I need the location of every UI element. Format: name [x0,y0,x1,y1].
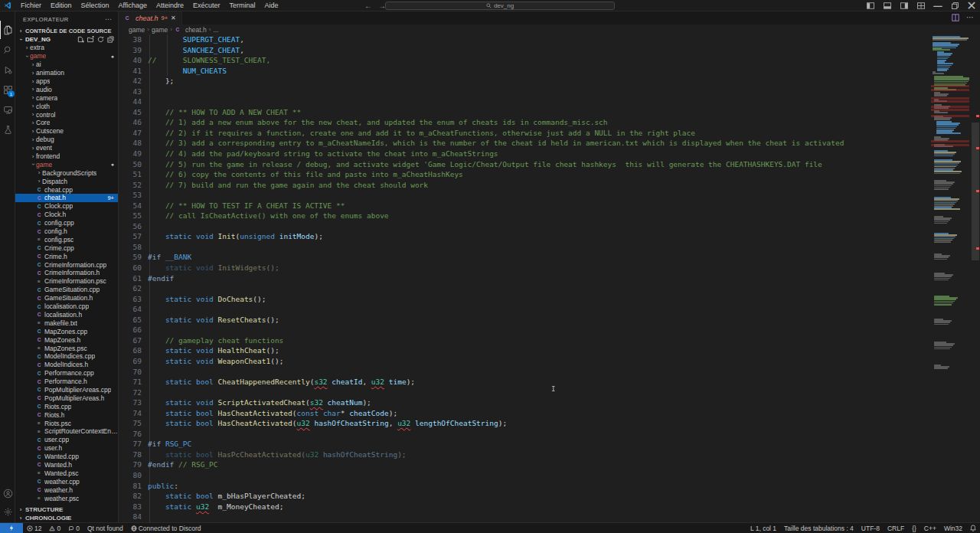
activity-account-icon[interactable] [0,484,15,502]
layout-sidebar-icon[interactable] [862,0,879,11]
code-area[interactable]: 38 SUPERGT_CHEAT,39 SANCHEZ_CHEAT,40// S… [119,34,931,522]
back-arrow-icon[interactable]: ← [364,2,372,10]
breadcrumb-item[interactable]: ... [213,26,218,34]
tree-file-riots.psc[interactable]: ≡Riots.psc [15,419,118,427]
status-item-win32[interactable]: Win32 [940,523,966,533]
tree-file-config.h[interactable]: Cconfig.h [15,227,118,236]
code-line-55[interactable]: 55 // call IsCheatActive() with one of t… [119,211,931,221]
layout-secondary-sidebar-icon[interactable] [896,0,913,11]
status-item-bell-icon[interactable] [966,523,980,533]
status-item-connected-to-discord[interactable]: Connected to Discord [127,523,205,533]
split-editor-icon[interactable] [952,14,959,21]
tree-file-crimeinformation.psc[interactable]: ≡CrimeInformation.psc [15,277,118,286]
tree-file-makefile.txt[interactable]: ≡makefile.txt [15,319,118,327]
status-item--[interactable]: {} [908,523,920,533]
tree-file-riots.cpp[interactable]: CRiots.cpp [15,402,118,410]
code-line-67[interactable]: 67 // gameplay cheat functions [119,335,931,346]
command-center-search[interactable]: dev_ng [385,2,615,10]
minimap[interactable] [931,34,969,522]
sidebar-more-actions-icon[interactable]: ⋯ [105,15,112,23]
status-item-0[interactable]: 0 [64,523,83,533]
status-item-qt-not-found[interactable]: Qt not found [83,523,127,533]
code-line-72[interactable]: 72 [119,387,931,398]
editor-more-actions-icon[interactable]: ⋯ [966,13,974,21]
status-item-taille-des-tabulations-4[interactable]: Taille des tabulations : 4 [780,523,858,533]
tree-file-wanted.cpp[interactable]: CWanted.cpp [15,453,118,461]
menu-terminal[interactable]: Terminal [225,0,260,11]
code-line-40[interactable]: 40// SLOWNESS_TEST_CHEAT, [119,55,931,66]
code-line-61[interactable]: 61#endif [119,273,931,284]
activity-remote-explorer-icon[interactable] [0,100,15,119]
tree-root-devng[interactable]: › DEV_NG [15,35,118,44]
code-line-74[interactable]: 74 static bool HasCheatActivated(const c… [119,408,931,419]
tree-file-user.cpp[interactable]: Cuser.cpp [15,436,118,444]
minimize-button[interactable]: ─ [929,0,946,11]
menu-aide[interactable]: Aide [260,0,283,11]
tree-folder-cloth[interactable]: ›cloth [15,102,118,110]
activity-run-debug-icon[interactable] [0,60,15,79]
code-line-64[interactable]: 64 [119,304,931,315]
tree-file-scriptroutercontextenums.psc[interactable]: ≡ScriptRouterContextEnums.psc [15,427,118,436]
code-line-84[interactable]: 84 [119,512,931,522]
tree-folder-game[interactable]: ›game● [15,52,118,60]
menu-atteindre[interactable]: Atteindre [152,0,188,11]
code-line-58[interactable]: 58 [119,242,931,253]
code-line-42[interactable]: 42 }; [119,76,931,87]
tree-file-popmultiplierareas.h[interactable]: CPopMultiplierAreas.h [15,394,118,402]
tree-folder-control[interactable]: ›control [15,110,118,119]
layout-panel-icon[interactable] [879,0,896,11]
code-line-65[interactable]: 65 static void ResetCheats(); [119,315,931,325]
code-line-56[interactable]: 56 [119,221,931,232]
code-line-60[interactable]: 60 static void InitWidgets(); [119,263,931,273]
tree-file-clock.cpp[interactable]: CClock.cpp [15,202,118,211]
tree-file-modelindices.h[interactable]: CModelIndices.h [15,361,118,369]
tree-folder-backgroundscripts[interactable]: ›BackgroundScripts [15,168,118,177]
status-item-c++[interactable]: C++ [920,523,940,533]
tree-folder-cutscene[interactable]: ›Cutscene [15,127,118,136]
code-line-75[interactable]: 75 static bool HasCheatActivated(u32 has… [119,418,931,429]
tree-file-config.cpp[interactable]: Cconfig.cpp [15,219,118,227]
tree-folder-core[interactable]: ›Core [15,119,118,127]
code-line-39[interactable]: 39 SANCHEZ_CHEAT, [119,45,931,56]
tree-file-popmultiplierareas.cpp[interactable]: CPopMultiplierAreas.cpp [15,386,118,394]
tree-folder-camera[interactable]: ›camera [15,93,118,102]
tree-file-localisation.h[interactable]: Clocalisation.h [15,311,118,319]
menu-edition[interactable]: Edition [46,0,77,11]
tree-file-localisation.cpp[interactable]: Clocalisation.cpp [15,302,118,311]
collapse-all-icon[interactable] [107,36,114,43]
vertical-scrollbar[interactable] [971,34,980,522]
menu-sélection[interactable]: Sélection [77,0,114,11]
code-line-44[interactable]: 44 [119,96,931,107]
tree-file-gamesituation.h[interactable]: CGameSituation.h [15,294,118,302]
section-source-control[interactable]: › CONTRÔLE DE CODE SOURCE [15,27,118,35]
breadcrumb-item[interactable]: game [129,26,145,34]
tree-file-mapzones.psc[interactable]: ≡MapZones.psc [15,344,118,352]
menu-exécuter[interactable]: Exécuter [188,0,225,11]
code-line-66[interactable]: 66 [119,325,931,335]
tree-file-config.psc[interactable]: ≡config.psc [15,235,118,244]
code-line-38[interactable]: 38 SUPERGT_CHEAT, [119,34,931,45]
code-line-43[interactable]: 43 [119,87,931,97]
activity-search-icon[interactable] [0,41,15,59]
tree-file-weather.cpp[interactable]: Cweather.cpp [15,477,118,486]
tree-file-gamesituation.cpp[interactable]: CGameSituation.cpp [15,286,118,294]
section-timeline[interactable]: › CHRONOLOGIE [15,514,118,522]
tree-folder-frontend[interactable]: ›frontend [15,152,118,161]
tree-file-mapzones.cpp[interactable]: CMapZones.cpp [15,327,118,335]
breadcrumb-item[interactable]: cheat.h [185,26,207,34]
tree-file-crimeinformation.cpp[interactable]: CCrimeInformation.cpp [15,260,118,269]
code-line-70[interactable]: 70 [119,367,931,378]
tree-folder-animation[interactable]: ›animation [15,69,118,77]
tree-folder-apps[interactable]: ›apps [15,77,118,86]
tree-file-modelindices.cpp[interactable]: CModelIndices.cpp [15,352,118,361]
close-window-button[interactable]: ✕ [963,0,980,11]
remote-indicator[interactable] [0,523,23,533]
code-line-62[interactable]: 62 [119,283,931,294]
customize-layout-icon[interactable] [913,0,929,11]
code-line-50[interactable]: 50 // 5) run the game in release / debug… [119,159,931,170]
status-item-12[interactable]: 12 [23,523,45,533]
code-line-78[interactable]: 78 static bool HasPcCheatActivated(u32 h… [119,450,931,460]
code-line-82[interactable]: 82 static bool m_bHasPlayerCheated; [119,491,931,502]
tree-folder-extra[interactable]: ›extra [15,44,118,52]
tree-file-performance.cpp[interactable]: CPerformance.cpp [15,369,118,378]
